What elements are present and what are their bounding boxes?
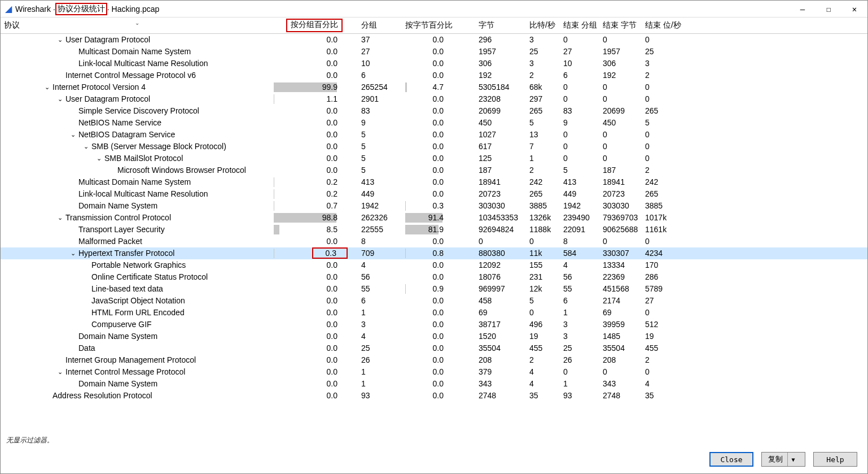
end-bits-value: 242 (642, 176, 867, 188)
table-scroll[interactable]: 协议 ⌄ 按分组百分比 分组 按字节百分比 字节 比特/秒 结束 分组 结束 字… (1, 18, 867, 433)
table-row[interactable]: Online Certificate Status Protocol0.0560… (1, 271, 867, 283)
bytes-value: 880380 (475, 247, 526, 259)
percent-packets-value: 0.3 (274, 249, 337, 258)
col-packets[interactable]: 分组 (358, 18, 402, 34)
table-row[interactable]: Internet Group Management Protocol0.0260… (1, 354, 867, 366)
packets-value: 5 (358, 164, 402, 176)
table-row[interactable]: ⌄Internet Control Message Protocol0.010.… (1, 366, 867, 378)
end-packets-value: 3 (560, 319, 599, 331)
table-row[interactable]: Internet Control Message Protocol v60.06… (1, 69, 867, 81)
expander-icon[interactable]: ⌄ (56, 36, 63, 44)
table-row[interactable]: Data0.0250.0355044552535504455 (1, 342, 867, 354)
packets-value: 5 (358, 129, 402, 141)
sort-indicator-icon[interactable]: ⌄ (134, 20, 141, 26)
table-row[interactable]: Multicast Domain Name System0.0270.01957… (1, 46, 867, 58)
expander-icon[interactable]: ⌄ (56, 214, 63, 221)
table-row[interactable]: ⌄NetBIOS Datagram Service0.050.010271300… (1, 129, 867, 141)
end-packets-value: 55 (560, 283, 599, 295)
help-button[interactable]: Help (813, 452, 857, 467)
packets-value: 26 (358, 354, 402, 366)
titlebar[interactable]: ◢ Wireshark · 协议分级统计 · Hacking.pcap — ☐ … (1, 1, 867, 18)
table-row[interactable]: JavaScript Object Notation0.060.04585621… (1, 295, 867, 307)
protocol-hierarchy-table: 协议 ⌄ 按分组百分比 分组 按字节百分比 字节 比特/秒 结束 分组 结束 字… (1, 18, 867, 402)
end-packets-value: 3 (560, 331, 599, 342)
end-bits-value: 0 (642, 307, 867, 319)
end-packets-value: 584 (560, 247, 599, 259)
minimize-button[interactable]: — (790, 1, 816, 18)
bytes-value: 1520 (475, 331, 526, 342)
table-row[interactable]: ⌄SMB (Server Message Block Protocol)0.05… (1, 141, 867, 153)
protocol-name: Simple Service Discovery Protocol (78, 106, 199, 115)
col-bits-per-sec[interactable]: 比特/秒 (526, 18, 560, 34)
percent-bytes-value: 0.0 (405, 106, 444, 115)
table-row[interactable]: Malformed Packet0.080.000800 (1, 236, 867, 247)
end-bits-value: 5 (642, 117, 867, 129)
table-row[interactable]: Link-local Multicast Name Resolution0.24… (1, 188, 867, 200)
bytes-value: 38717 (475, 319, 526, 331)
col-percent-bytes[interactable]: 按字节百分比 (402, 18, 475, 34)
table-row[interactable]: ⌄User Datagram Protocol0.0370.02963000 (1, 34, 867, 46)
table-row[interactable]: Address Resolution Protocol0.0930.027483… (1, 390, 867, 402)
table-row[interactable]: Link-local Multicast Name Resolution0.01… (1, 58, 867, 69)
end-packets-value: 93 (560, 390, 599, 402)
col-end-packets[interactable]: 结束 分组 (560, 18, 599, 34)
maximize-button[interactable]: ☐ (816, 1, 841, 18)
expander-icon[interactable]: ⌄ (43, 84, 50, 91)
packets-value: 93 (358, 390, 402, 402)
expander-icon[interactable]: ⌄ (56, 95, 63, 103)
expander-icon[interactable]: ⌄ (82, 143, 89, 150)
bytes-value: 18941 (475, 176, 526, 188)
col-bytes[interactable]: 字节 (475, 18, 526, 34)
protocol-name: Link-local Multicast Name Resolution (78, 59, 208, 68)
table-row[interactable]: ⌄Internet Protocol Version 499.92652544.… (1, 81, 867, 93)
end-packets-value: 56 (560, 271, 599, 283)
table-row[interactable]: Microsoft Windows Browser Protocol0.050.… (1, 164, 867, 176)
table-row[interactable]: Multicast Domain Name System0.24130.0189… (1, 176, 867, 188)
table-row[interactable]: Domain Name System0.040.01520193148519 (1, 331, 867, 342)
col-percent-packets[interactable]: 按分组百分比 (270, 18, 358, 34)
packets-value: 4 (358, 331, 402, 342)
table-row[interactable]: Domain Name System0.719420.3303030388519… (1, 200, 867, 212)
bytes-value: 969997 (475, 283, 526, 295)
wireshark-protocol-hierarchy-window: ◢ Wireshark · 协议分级统计 · Hacking.pcap — ☐ … (0, 0, 868, 474)
table-row[interactable]: Domain Name System0.010.0343413434 (1, 378, 867, 390)
close-window-button[interactable]: ✕ (841, 1, 867, 18)
percent-packets-value: 0.7 (274, 201, 337, 210)
table-row[interactable]: ⌄SMB MailSlot Protocol0.050.01251000 (1, 153, 867, 164)
table-row[interactable]: NetBIOS Name Service0.090.0450594505 (1, 117, 867, 129)
percent-bytes-value: 0.0 (405, 59, 444, 68)
col-protocol[interactable]: 协议 ⌄ (1, 18, 270, 34)
expander-icon[interactable]: ⌄ (95, 155, 102, 162)
col-end-bits[interactable]: 结束 位/秒 (642, 18, 867, 34)
table-row[interactable]: HTML Form URL Encoded0.010.06901690 (1, 307, 867, 319)
table-row[interactable]: ⌄Hypertext Transfer Protocol0.37090.8880… (1, 247, 867, 259)
table-row[interactable]: Portable Network Graphics0.040.012092155… (1, 259, 867, 271)
table-row[interactable]: Simple Service Discovery Protocol0.0830.… (1, 105, 867, 117)
bits-per-sec-value: 4 (526, 378, 560, 390)
table-row[interactable]: ⌄User Datagram Protocol1.129010.02320829… (1, 93, 867, 105)
end-packets-value: 5 (560, 164, 599, 176)
end-bits-value: 3885 (642, 200, 867, 212)
end-bytes-value: 0 (599, 81, 642, 93)
expander-icon[interactable]: ⌄ (69, 131, 76, 138)
close-button[interactable]: Close (709, 452, 753, 467)
table-row[interactable]: ⌄Transmission Control Protocol98.8262326… (1, 212, 867, 224)
copy-dropdown-icon[interactable]: ▼ (787, 453, 799, 466)
packets-value: 1942 (358, 200, 402, 212)
expander-icon[interactable]: ⌄ (69, 250, 76, 257)
end-bytes-value: 18941 (599, 176, 642, 188)
copy-button[interactable]: 复制 ▼ (761, 452, 805, 467)
table-row[interactable]: Transport Layer Security8.52255581.99269… (1, 224, 867, 236)
table-row[interactable]: Line-based text data0.0550.996999712k554… (1, 283, 867, 295)
bits-per-sec-value: 2 (526, 164, 560, 176)
col-end-bytes[interactable]: 结束 字节 (599, 18, 642, 34)
end-bits-value: 35 (642, 390, 867, 402)
bytes-value: 208 (475, 354, 526, 366)
bits-per-sec-value: 13 (526, 129, 560, 141)
bits-per-sec-value: 242 (526, 176, 560, 188)
end-bytes-value: 303030 (599, 200, 642, 212)
percent-packets-value: 0.0 (274, 118, 337, 127)
table-row[interactable]: Compuserve GIF0.030.038717496339959512 (1, 319, 867, 331)
bits-per-sec-value: 265 (526, 188, 560, 200)
expander-icon[interactable]: ⌄ (56, 368, 63, 376)
